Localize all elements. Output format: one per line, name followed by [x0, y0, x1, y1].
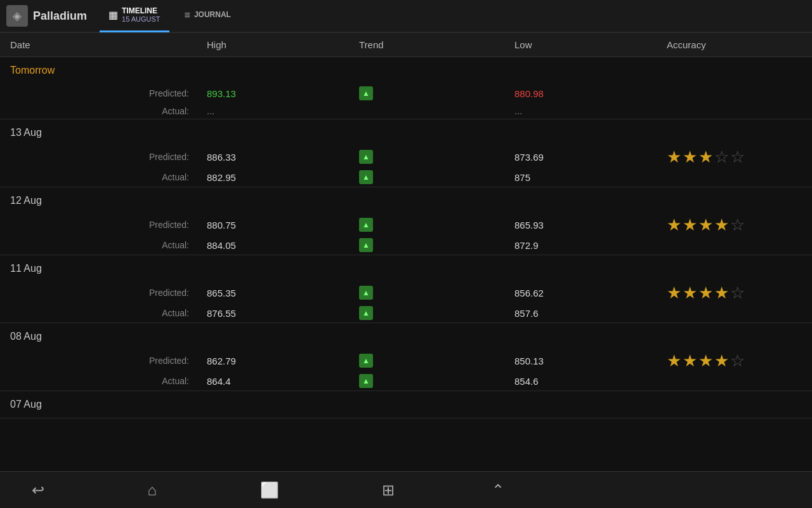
back-button[interactable]: ↩ — [25, 478, 51, 503]
row-label: Actual: — [0, 106, 197, 116]
tab-journal-label: JOURNAL — [194, 10, 231, 19]
row-trend-cell: ▲ — [349, 170, 504, 184]
row-accuracy-cell: ★★★★☆ — [657, 217, 812, 233]
table-row: Actual:864.4▲854.6 — [0, 371, 812, 391]
row-trend-cell: ▲ — [349, 354, 504, 368]
table-row: Actual:884.05▲872.9 — [0, 236, 812, 255]
row-high-value: 864.4 — [197, 376, 349, 387]
trend-up-icon: ▲ — [359, 238, 373, 252]
table-row: Actual:882.95▲875 — [0, 168, 812, 187]
row-high-value: 880.75 — [197, 220, 349, 231]
col-date: Date — [0, 39, 197, 50]
row-low-value: 880.98 — [504, 88, 657, 99]
star-empty-icon: ☆ — [730, 284, 745, 301]
header: ◈ Palladium ▦ TIMELINE 15 AUGUST ≡ JOURN… — [0, 0, 812, 33]
star-filled-icon: ★ — [667, 149, 681, 165]
tab-journal[interactable]: ≡ JOURNAL — [176, 0, 240, 32]
apps-button[interactable]: ⬜ — [254, 478, 285, 503]
trend-up-icon: ▲ — [359, 150, 373, 164]
trend-up-icon: ▲ — [359, 306, 373, 320]
row-trend-cell: ▲ — [349, 306, 504, 320]
app-logo-icon: ◈ — [6, 5, 28, 27]
journal-icon: ≡ — [185, 10, 190, 21]
row-high-value: 862.79 — [197, 356, 349, 366]
row-label: Actual: — [0, 240, 197, 250]
date-heading-aug07: 07 Aug — [0, 391, 812, 418]
row-label: Predicted: — [0, 88, 197, 98]
row-low-value: ... — [504, 105, 657, 116]
col-accuracy: Accuracy — [657, 39, 812, 50]
section-aug07: 07 Aug — [0, 391, 812, 418]
row-low-value: 856.62 — [504, 288, 657, 298]
col-trend: Trend — [349, 39, 504, 50]
row-low-value: 854.6 — [504, 376, 657, 387]
star-filled-icon: ★ — [714, 352, 729, 369]
star-empty-icon: ☆ — [714, 149, 729, 165]
row-trend-cell: ▲ — [349, 218, 504, 232]
date-heading-aug08: 08 Aug — [0, 323, 812, 350]
row-accuracy-cell: ★★★☆☆ — [657, 149, 812, 165]
table-row: Predicted:880.75▲865.93★★★★☆ — [0, 214, 812, 236]
tab-timeline[interactable]: ▦ TIMELINE 15 AUGUST — [100, 0, 169, 32]
star-filled-icon: ★ — [698, 149, 713, 165]
row-high-value: 893.13 — [197, 88, 349, 99]
table-row: Actual:876.55▲857.6 — [0, 304, 812, 323]
bottom-nav: ↩ ⌂ ⬜ ⊞ ⌃ — [0, 471, 812, 508]
star-filled-icon: ★ — [698, 217, 713, 233]
home-button[interactable]: ⌂ — [141, 478, 164, 503]
table-row: Predicted:893.13▲880.98 — [0, 84, 812, 103]
logo-area: ◈ Palladium — [6, 5, 87, 27]
section-aug12: 12 AugPredicted:880.75▲865.93★★★★☆Actual… — [0, 187, 812, 255]
row-label: Predicted: — [0, 220, 197, 230]
row-high-value: 882.95 — [197, 172, 349, 183]
star-filled-icon: ★ — [667, 284, 681, 301]
table-row: Actual:...... — [0, 103, 812, 119]
trend-up-icon: ▲ — [359, 218, 373, 232]
row-high-value: ... — [197, 105, 349, 116]
trend-up-icon: ▲ — [359, 374, 373, 388]
date-heading-aug13: 13 Aug — [0, 119, 812, 146]
row-trend-cell: ▲ — [349, 150, 504, 164]
row-label: Predicted: — [0, 356, 197, 366]
star-empty-icon: ☆ — [730, 352, 745, 369]
section-aug11: 11 AugPredicted:865.35▲856.62★★★★☆Actual… — [0, 255, 812, 323]
section-tomorrow: TomorrowPredicted:893.13▲880.98Actual:..… — [0, 57, 812, 119]
table-row: Predicted:886.33▲873.69★★★☆☆ — [0, 146, 812, 168]
star-filled-icon: ★ — [698, 352, 713, 369]
star-empty-icon: ☆ — [730, 217, 745, 233]
row-low-value: 857.6 — [504, 308, 657, 319]
row-high-value: 865.35 — [197, 288, 349, 298]
star-filled-icon: ★ — [683, 217, 697, 233]
star-empty-icon: ☆ — [730, 149, 745, 165]
row-accuracy-cell: ★★★★☆ — [657, 284, 812, 301]
row-low-value: 850.13 — [504, 356, 657, 366]
row-low-value: 872.9 — [504, 240, 657, 251]
star-filled-icon: ★ — [698, 284, 713, 301]
chevron-up-button[interactable]: ⌃ — [492, 481, 504, 499]
row-low-value: 873.69 — [504, 152, 657, 163]
main-content: TomorrowPredicted:893.13▲880.98Actual:..… — [0, 57, 812, 471]
column-headers: Date High Trend Low Accuracy — [0, 33, 812, 57]
section-aug13: 13 AugPredicted:886.33▲873.69★★★☆☆Actual… — [0, 119, 812, 187]
section-aug08: 08 AugPredicted:862.79▲850.13★★★★☆Actual… — [0, 323, 812, 391]
star-filled-icon: ★ — [683, 149, 697, 165]
star-filled-icon: ★ — [683, 352, 697, 369]
star-filled-icon: ★ — [683, 284, 697, 301]
date-heading-aug12: 12 Aug — [0, 187, 812, 214]
row-accuracy-cell: ★★★★☆ — [657, 352, 812, 369]
col-high: High — [197, 39, 349, 50]
col-low: Low — [504, 39, 657, 50]
row-trend-cell: ▲ — [349, 286, 504, 300]
scan-button[interactable]: ⊞ — [376, 478, 401, 503]
star-filled-icon: ★ — [714, 284, 729, 301]
trend-up-icon: ▲ — [359, 354, 373, 368]
row-high-value: 884.05 — [197, 240, 349, 251]
star-filled-icon: ★ — [667, 352, 681, 369]
table-row: Predicted:862.79▲850.13★★★★☆ — [0, 350, 812, 371]
tab-timeline-label: TIMELINE — [122, 6, 160, 15]
date-heading-aug11: 11 Aug — [0, 255, 812, 282]
star-filled-icon: ★ — [667, 217, 681, 233]
row-trend-cell: ▲ — [349, 374, 504, 388]
row-trend-cell: ▲ — [349, 86, 504, 100]
trend-up-icon: ▲ — [359, 170, 373, 184]
